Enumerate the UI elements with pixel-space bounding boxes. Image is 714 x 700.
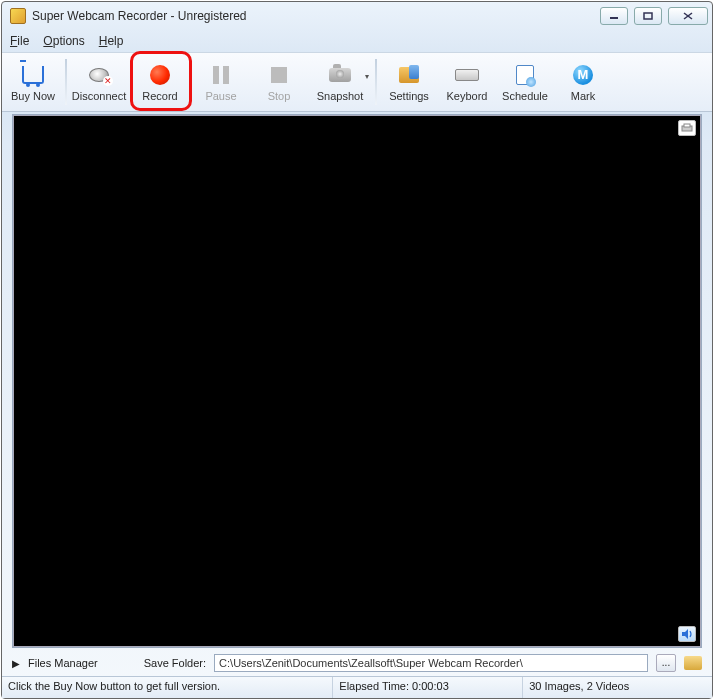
save-folder-input[interactable] (214, 654, 648, 672)
chevron-down-icon[interactable]: ▾ (365, 72, 369, 81)
menu-bar: File Options Help (2, 30, 712, 52)
app-window: Super Webcam Recorder - Unregistered Fil… (1, 1, 713, 699)
app-icon (10, 8, 26, 24)
printer-icon[interactable] (678, 120, 696, 136)
toolbar-separator (65, 59, 67, 105)
menu-file[interactable]: File (10, 34, 29, 48)
speaker-icon[interactable] (678, 626, 696, 642)
snapshot-label: Snapshot (317, 90, 363, 102)
expand-files-icon[interactable]: ▶ (12, 658, 20, 669)
toolbar: Buy Now Disconnect Record Pause Stop Sna… (2, 52, 712, 112)
settings-icon (399, 67, 419, 83)
window-title: Super Webcam Recorder - Unregistered (32, 9, 600, 23)
schedule-icon (516, 65, 534, 85)
stop-button[interactable]: Stop (250, 55, 308, 109)
keyboard-icon (455, 69, 479, 81)
buynow-button[interactable]: Buy Now (4, 55, 62, 109)
cart-icon (22, 66, 44, 84)
schedule-label: Schedule (502, 90, 548, 102)
svg-rect-1 (644, 13, 652, 19)
mark-button[interactable]: M Mark (554, 55, 612, 109)
stop-icon (271, 67, 287, 83)
record-icon (150, 65, 170, 85)
keyboard-button[interactable]: Keybord (438, 55, 496, 109)
toolbar-separator (375, 59, 377, 105)
keyboard-label: Keybord (447, 90, 488, 102)
files-manager-label[interactable]: Files Manager (28, 657, 98, 669)
close-button[interactable] (668, 7, 708, 25)
settings-button[interactable]: Settings (380, 55, 438, 109)
video-frame (12, 114, 702, 648)
webcam-disconnect-icon (89, 68, 109, 82)
svg-rect-5 (684, 124, 690, 127)
record-button[interactable]: Record (128, 55, 192, 109)
camera-icon (329, 68, 351, 82)
svg-marker-6 (682, 629, 688, 639)
open-folder-icon[interactable] (684, 656, 702, 670)
stop-label: Stop (268, 90, 291, 102)
pause-label: Pause (205, 90, 236, 102)
title-bar: Super Webcam Recorder - Unregistered (2, 2, 712, 30)
snapshot-button[interactable]: Snapshot ▾ (308, 55, 372, 109)
mark-label: Mark (571, 90, 595, 102)
status-bar: Click the Buy Now button to get full ver… (2, 676, 712, 698)
record-label: Record (142, 90, 177, 102)
status-counts: 30 Images, 2 Videos (523, 677, 712, 698)
status-hint: Click the Buy Now button to get full ver… (2, 677, 333, 698)
pause-icon (213, 66, 229, 84)
minimize-button[interactable] (600, 7, 628, 25)
mark-icon: M (573, 65, 593, 85)
files-bar: ▶ Files Manager Save Folder: ... (12, 650, 702, 676)
browse-button[interactable]: ... (656, 654, 676, 672)
menu-help[interactable]: Help (99, 34, 124, 48)
video-preview (14, 116, 700, 646)
settings-label: Settings (389, 90, 429, 102)
save-folder-label: Save Folder: (144, 657, 206, 669)
menu-options[interactable]: Options (43, 34, 84, 48)
pause-button[interactable]: Pause (192, 55, 250, 109)
disconnect-label: Disconnect (72, 90, 126, 102)
status-elapsed: Elapsed Time: 0:00:03 (333, 677, 523, 698)
schedule-button[interactable]: Schedule (496, 55, 554, 109)
disconnect-button[interactable]: Disconnect (70, 55, 128, 109)
maximize-button[interactable] (634, 7, 662, 25)
buynow-label: Buy Now (11, 90, 55, 102)
